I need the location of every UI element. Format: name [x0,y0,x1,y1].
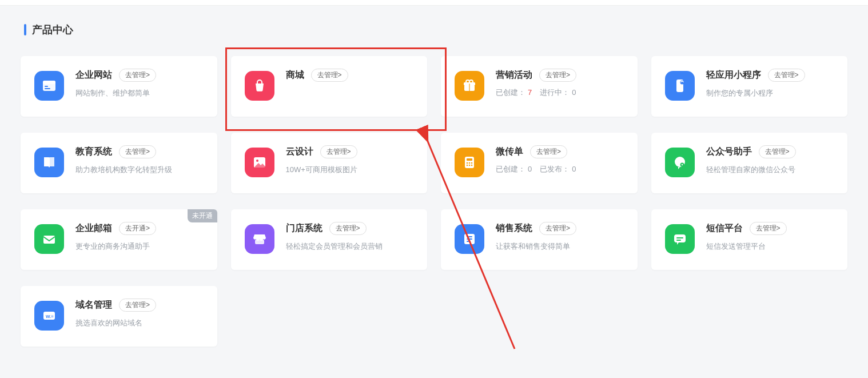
card-desc: 制作您的专属小程序 [706,87,834,99]
card-miniapp[interactable]: 轻应用小程序去管理>制作您的专属小程序 [651,56,848,117]
image-icon [245,148,274,177]
card-title: 轻应用小程序 [706,69,761,81]
product-grid: 企业网站去管理>网站制作、维护都简单商城去管理>营销活动去管理>已创建：7进行中… [21,56,847,347]
card-content: 轻应用小程序去管理>制作您的专属小程序 [706,69,834,99]
card-store[interactable]: 门店系统去管理>轻松搞定会员管理和会员营销 [231,209,428,270]
card-desc: 短信发送管理平台 [706,241,834,252]
card-title: 短信平台 [706,222,743,234]
manage-button[interactable]: 去管理> [530,145,567,158]
card-mail[interactable]: 未开通企业邮箱去开通>更专业的商务沟通助手 [21,209,217,270]
card-content: 销售系统去管理>让获客和销售变得简单 [496,222,624,252]
card-sms[interactable]: 短信平台去管理>短信发送管理平台 [651,209,848,270]
card-desc: 更专业的商务沟通助手 [75,241,204,252]
book-icon [34,148,64,177]
manage-button[interactable]: 去管理> [539,222,576,235]
browser-icon [34,71,64,101]
card-title: 销售系统 [496,222,532,234]
card-title: 云设计 [286,146,313,158]
card-shop[interactable]: 商城去管理> [231,56,428,117]
stat-created-value: 0 [528,165,532,173]
card-edu[interactable]: 教育系统去管理>助力教培机构数字化转型升级 [21,133,217,193]
storefront-icon [245,224,274,254]
card-marketing[interactable]: 营销活动去管理>已创建：7进行中：0 [441,56,638,117]
card-desc: 轻松搞定会员管理和会员营销 [286,241,414,252]
card-desc: 助力教培机构数字化转型升级 [75,164,204,176]
manage-button[interactable]: 去管理> [119,145,156,158]
card-domain[interactable]: 域名管理去管理>挑选喜欢的网站域名 [21,286,217,347]
card-content: 门店系统去管理>轻松搞定会员管理和会员营销 [286,222,414,252]
card-desc: 让获客和销售变得简单 [496,241,624,252]
manage-button[interactable]: 去管理> [320,145,357,158]
stat-running-value: 0 [572,88,576,97]
card-title: 门店系统 [286,222,322,234]
stat-running-value: 0 [572,165,576,173]
card-desc: 轻松管理自家的微信公众号 [706,164,834,176]
list-icon [455,224,484,254]
stat-running-label: 已发布： [540,165,570,173]
card-content: 教育系统去管理>助力教培机构数字化转型升级 [75,145,204,176]
manage-button[interactable]: 去管理> [311,69,348,82]
card-title: 商城 [286,69,304,81]
stat-created-value: 7 [528,88,532,97]
manage-button[interactable]: 去管理> [119,69,156,82]
card-content: 企业邮箱去开通>更专业的商务沟通助手 [75,222,204,252]
card-content: 商城去管理> [286,69,414,87]
bag-icon [245,71,274,101]
stat-created-label: 已创建： [496,88,525,97]
sms-icon [665,224,695,254]
card-title: 微传单 [496,146,523,158]
manage-button[interactable]: 去管理> [119,299,156,312]
card-wechat[interactable]: 公众号助手去管理>轻松管理自家的微信公众号 [651,133,848,193]
section-title: 产品中心 [24,23,847,37]
page: 产品中心 企业网站去管理>网站制作、维护都简单商城去管理>营销活动去管理>已创建… [0,6,868,378]
mail-icon [34,224,64,254]
activate-button[interactable]: 去开通> [119,222,156,235]
phone-icon [665,71,695,101]
card-design[interactable]: 云设计去管理>10W+可商用模板图片 [231,133,428,193]
card-content: 企业网站去管理>网站制作、维护都简单 [75,69,204,99]
card-content: 营销活动去管理>已创建：7进行中：0 [496,69,624,98]
card-title: 企业网站 [75,69,112,81]
manage-button[interactable]: 去管理> [759,145,796,158]
manage-button[interactable]: 去管理> [750,222,787,235]
top-strip [0,0,868,6]
card-desc: 网站制作、维护都简单 [75,87,204,99]
card-title: 企业邮箱 [75,222,112,234]
card-content: 云设计去管理>10W+可商用模板图片 [286,145,414,176]
card-content: 微传单去管理>已创建：0已发布：0 [496,145,624,174]
manage-button[interactable]: 去管理> [329,222,367,235]
section-title-text: 产品中心 [32,23,73,37]
card-site[interactable]: 企业网站去管理>网站制作、维护都简单 [21,56,217,117]
card-content: 公众号助手去管理>轻松管理自家的微信公众号 [706,145,834,176]
manage-button[interactable]: 去管理> [539,69,576,82]
card-content: 短信平台去管理>短信发送管理平台 [706,222,834,252]
card-flyer[interactable]: 微传单去管理>已创建：0已发布：0 [441,133,638,193]
card-desc: 10W+可商用模板图片 [286,164,414,176]
badge-inactive: 未开通 [188,209,217,222]
card-title: 公众号助手 [706,146,752,158]
gift-icon [455,71,484,101]
card-title: 营销活动 [496,69,532,81]
calc-icon [455,148,484,177]
card-content: 域名管理去管理>挑选喜欢的网站域名 [75,299,204,329]
chatgear-icon [665,148,695,177]
card-sales[interactable]: 销售系统去管理>让获客和销售变得简单 [441,209,638,270]
card-stats: 已创建：7进行中：0 [496,87,624,98]
stat-created-label: 已创建： [496,165,525,173]
card-title: 教育系统 [75,146,112,158]
card-stats: 已创建：0已发布：0 [496,164,624,174]
domain-icon [34,301,64,331]
manage-button[interactable]: 去管理> [768,69,805,82]
card-title: 域名管理 [75,299,112,311]
card-desc: 挑选喜欢的网站域名 [75,317,204,329]
stat-running-label: 进行中： [540,88,570,97]
